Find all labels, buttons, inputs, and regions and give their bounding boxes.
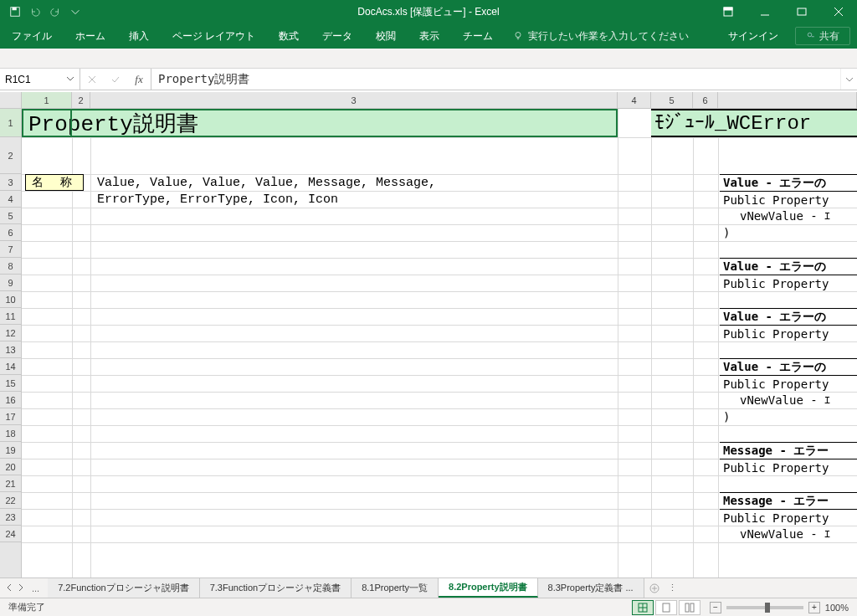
tab-formulas[interactable]: 数式 <box>267 23 310 49</box>
cancel-formula-button[interactable] <box>80 74 104 85</box>
name-box[interactable]: R1C1 <box>0 69 80 90</box>
zoom-out-button[interactable]: − <box>710 602 721 613</box>
save-icon[interactable] <box>7 3 23 20</box>
undo-icon[interactable] <box>27 3 44 20</box>
tab-view[interactable]: 表示 <box>408 23 451 49</box>
enter-formula-button[interactable] <box>104 74 127 85</box>
column-header[interactable]: 1 <box>22 92 72 108</box>
sheet-tab[interactable]: 8.3Property定義書 ... <box>538 578 644 598</box>
row-header[interactable]: 11 <box>0 308 21 325</box>
zoom-value[interactable]: 100% <box>825 603 849 613</box>
row-header[interactable]: 18 <box>0 425 21 442</box>
side-line[interactable]: Public Property <box>720 375 857 392</box>
view-normal-button[interactable] <box>632 600 654 615</box>
column-header[interactable]: 2 <box>72 92 90 108</box>
side-line[interactable]: Message - エラー <box>720 492 857 509</box>
row-header[interactable]: 4 <box>0 191 21 208</box>
row-header[interactable]: 20 <box>0 459 21 475</box>
sheet-add-button[interactable] <box>644 578 665 598</box>
share-button[interactable]: 共有 <box>795 27 850 45</box>
row-header[interactable]: 17 <box>0 408 21 425</box>
row-header[interactable]: 19 <box>0 442 21 459</box>
column-header[interactable]: 3 <box>90 92 618 108</box>
cell-r4[interactable]: ErrorType, ErrorType, Icon, Icon <box>97 191 633 208</box>
row-header[interactable]: 16 <box>0 392 21 408</box>
cells-area[interactable]: Property説明書 ﾓｼﾞｭｰﾙ_WCError 名 称 Value, Va… <box>22 109 857 578</box>
maximize-button[interactable] <box>783 0 820 23</box>
sheet-menu-icon[interactable]: ⋮ <box>665 578 681 598</box>
side-line[interactable]: vNewValue - ｴ <box>720 208 857 224</box>
tab-data[interactable]: データ <box>310 23 364 49</box>
side-line[interactable]: Value - エラーの <box>720 174 857 191</box>
zoom-slider-thumb[interactable] <box>765 603 770 613</box>
ribbon-display-icon[interactable] <box>710 0 747 23</box>
sheet-tab[interactable]: 7.3Functionプロシージャ定義書 <box>200 578 352 598</box>
row-header[interactable]: 3 <box>0 174 21 191</box>
minimize-button[interactable] <box>747 0 783 23</box>
sheet-nav-ellipsis[interactable]: ... <box>28 583 43 593</box>
svg-rect-2 <box>724 8 732 16</box>
side-line[interactable]: Value - エラーの <box>720 358 857 375</box>
formula-expand-icon[interactable] <box>840 69 857 90</box>
row-header[interactable]: 6 <box>0 224 21 241</box>
zoom-slider[interactable] <box>726 606 803 609</box>
formula-input[interactable]: Property説明書 <box>151 69 840 90</box>
tab-home[interactable]: ホーム <box>64 23 117 49</box>
row-header[interactable]: 14 <box>0 358 21 375</box>
select-all-corner[interactable] <box>0 92 22 108</box>
sheet-tab-active[interactable]: 8.2Property説明書 <box>439 578 538 598</box>
side-line[interactable]: Public Property <box>720 191 857 208</box>
cell-title-main[interactable]: Property説明書 <box>22 109 618 137</box>
redo-icon[interactable] <box>47 3 64 20</box>
row-header[interactable]: 22 <box>0 492 21 509</box>
column-header[interactable]: 5 <box>651 92 693 108</box>
side-line[interactable]: Message - エラー <box>720 442 857 459</box>
column-header[interactable]: 4 <box>618 92 651 108</box>
view-page-layout-button[interactable] <box>655 600 677 615</box>
sheet-tab[interactable]: 7.2Functionプロシージャ説明書 <box>48 578 199 598</box>
cell-title-right[interactable]: ﾓｼﾞｭｰﾙ_WCError <box>651 109 857 137</box>
side-line[interactable]: Public Property <box>720 459 857 475</box>
cell-label-name[interactable]: 名 称 <box>25 174 84 191</box>
row-header[interactable]: 5 <box>0 208 21 224</box>
row-header[interactable]: 21 <box>0 475 21 492</box>
side-line[interactable]: Public Property <box>720 509 857 526</box>
row-header[interactable]: 2 <box>0 137 21 174</box>
close-button[interactable] <box>820 0 857 23</box>
zoom-in-button[interactable]: + <box>808 602 820 613</box>
row-header[interactable]: 9 <box>0 275 21 291</box>
side-line[interactable]: Value - エラーの <box>720 258 857 275</box>
side-line[interactable]: vNewValue - ｴ <box>720 392 857 408</box>
row-header[interactable]: 10 <box>0 291 21 308</box>
row-header[interactable]: 7 <box>0 241 21 258</box>
tab-file[interactable]: ファイル <box>0 23 64 49</box>
side-line[interactable]: Public Property <box>720 325 857 341</box>
row-header[interactable]: 1 <box>0 109 21 137</box>
qat-customize-icon[interactable] <box>67 3 84 20</box>
signin-link[interactable]: サインイン <box>718 23 788 49</box>
row-header[interactable]: 12 <box>0 325 21 341</box>
tab-team[interactable]: チーム <box>451 23 505 49</box>
row-header[interactable]: 8 <box>0 258 21 275</box>
sheet-nav-next-icon[interactable] <box>17 583 25 593</box>
sheet-nav-prev-icon[interactable] <box>5 583 13 593</box>
row-header[interactable]: 24 <box>0 526 21 542</box>
view-page-break-button[interactable] <box>679 600 700 615</box>
sheet-tab[interactable]: 8.1Property一覧 <box>352 578 439 598</box>
row-header[interactable]: 23 <box>0 509 21 526</box>
row-header[interactable]: 15 <box>0 375 21 392</box>
side-line[interactable]: Value - エラーの <box>720 308 857 325</box>
row-header[interactable]: 13 <box>0 341 21 358</box>
side-line[interactable]: ) <box>720 408 857 425</box>
chevron-down-icon[interactable] <box>66 74 74 85</box>
tab-insert[interactable]: 挿入 <box>117 23 161 49</box>
side-line[interactable]: ) <box>720 224 857 241</box>
insert-function-button[interactable]: fx <box>127 73 151 86</box>
side-line[interactable]: Public Property <box>720 275 857 291</box>
tell-me-search[interactable]: 実行したい作業を入力してください <box>505 23 697 49</box>
cell-r3[interactable]: Value, Value, Value, Value, Message, Mes… <box>97 174 633 191</box>
tab-review[interactable]: 校閲 <box>364 23 408 49</box>
side-line[interactable]: vNewValue - ｴ <box>720 526 857 542</box>
column-header[interactable]: 6 <box>693 92 718 108</box>
tab-page-layout[interactable]: ページ レイアウト <box>161 23 267 49</box>
